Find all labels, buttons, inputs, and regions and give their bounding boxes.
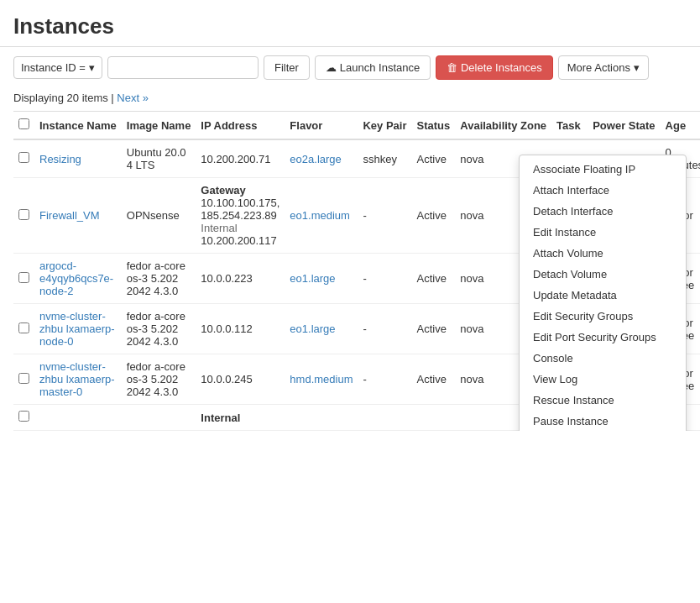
info-bar: Displaying 20 items | Next » xyxy=(0,88,700,111)
trash-icon: 🗑 xyxy=(447,61,457,74)
menu-item-rescue-instance[interactable]: Rescue Instance xyxy=(520,390,686,411)
image-name-cell: fedor a-core os-3 5.202 2042 4.3.0 xyxy=(122,304,196,354)
table-wrap: Instance Name Image Name IP Address Flav… xyxy=(0,111,700,431)
menu-item-edit-port-security-groups[interactable]: Edit Port Security Groups xyxy=(520,327,686,348)
col-image-name: Image Name xyxy=(122,112,196,140)
page-title: Instances xyxy=(13,13,687,39)
col-instance-name: Instance Name xyxy=(34,112,122,140)
keypair-cell: sshkey xyxy=(358,139,411,178)
menu-item-update-metadata[interactable]: Update Metadata xyxy=(520,285,686,306)
ip-address-cell: 10.0.0.223 xyxy=(196,254,285,304)
status-cell: Active xyxy=(412,354,456,405)
table-header-row: Instance Name Image Name IP Address Flav… xyxy=(13,112,700,140)
page-header: Instances xyxy=(0,0,700,47)
filter-dropdown-label: Instance ID = xyxy=(21,61,86,74)
instance-name-link[interactable]: nvme-cluster-zhbu lxamaerp-node-0 xyxy=(39,310,115,348)
status-cell: Active xyxy=(412,304,456,354)
more-actions-caret: ▾ xyxy=(634,61,640,74)
col-status: Status xyxy=(412,112,456,140)
more-actions-button[interactable]: More Actions ▾ xyxy=(558,55,649,80)
instance-name-link[interactable]: argocd-e4yqyb6qcs7e-node-2 xyxy=(39,260,113,297)
row-checkbox[interactable] xyxy=(18,373,29,384)
image-name-cell: fedor a-core os-3 5.202 2042 4.3.0 xyxy=(122,254,196,304)
col-age: Age xyxy=(661,112,700,140)
col-power-state: Power State xyxy=(588,112,660,140)
filter-button[interactable]: Filter xyxy=(264,55,310,80)
status-cell: Active xyxy=(412,178,456,254)
col-flavor: Flavor xyxy=(285,112,358,140)
select-all-checkbox[interactable] xyxy=(18,118,29,129)
image-name-cell xyxy=(122,405,196,431)
ip-address-cell: Internal xyxy=(196,405,285,431)
row-checkbox[interactable] xyxy=(18,322,29,333)
flavor-link[interactable]: eo2a.large xyxy=(290,153,341,165)
launch-instance-button[interactable]: ☁ Launch Instance xyxy=(315,55,431,80)
ip-address-cell: Gateway 10.100.100.175,185.254.223.89 In… xyxy=(196,178,285,254)
status-cell: Active xyxy=(412,139,456,178)
instance-name-link[interactable]: nvme-cluster-zhbu lxamaerp-master-0 xyxy=(39,360,115,398)
flavor-link[interactable]: eo1.medium xyxy=(290,209,350,222)
instance-name-link[interactable]: Resizing xyxy=(39,153,81,165)
keypair-cell: - xyxy=(358,254,411,304)
flavor-cell xyxy=(285,405,358,431)
flavor-link[interactable]: eo1.large xyxy=(290,322,335,335)
ip-address-cell: 10.200.200.71 xyxy=(196,139,285,178)
instance-name-cell xyxy=(34,405,122,431)
menu-item-associate-floating-ip[interactable]: Associate Floating IP xyxy=(520,159,686,180)
row-checkbox[interactable] xyxy=(18,152,29,163)
image-name-cell: OPNsense xyxy=(122,178,196,254)
col-task: Task xyxy=(551,112,588,140)
image-name-cell: Ubuntu 20.04 LTS xyxy=(122,139,196,178)
keypair-cell: - xyxy=(358,354,411,405)
menu-item-view-log[interactable]: View Log xyxy=(520,369,686,390)
ip-address-cell: 10.0.0.112 xyxy=(196,304,285,354)
image-name-cell: fedor a-core os-3 5.202 2042 4.3.0 xyxy=(122,354,196,405)
col-ip-address: IP Address xyxy=(196,112,285,140)
flavor-link[interactable]: hmd.medium xyxy=(290,373,353,385)
status-cell: Active xyxy=(412,254,456,304)
keypair-cell xyxy=(358,405,411,431)
menu-item-edit-security-groups[interactable]: Edit Security Groups xyxy=(520,306,686,327)
status-cell xyxy=(412,405,456,431)
action-dropdown-menu: Associate Floating IP Attach Interface D… xyxy=(519,155,687,431)
row-checkbox[interactable] xyxy=(18,209,29,220)
filter-input[interactable] xyxy=(107,56,259,79)
menu-item-attach-interface[interactable]: Attach Interface xyxy=(520,180,686,201)
delete-instances-button[interactable]: 🗑 Delete Instances xyxy=(436,55,552,80)
filter-dropdown[interactable]: Instance ID = ▾ xyxy=(13,56,102,79)
row-checkbox[interactable] xyxy=(18,272,29,283)
cloud-icon: ☁ xyxy=(326,61,337,74)
toolbar: Instance ID = ▾ Filter ☁ Launch Instance… xyxy=(0,47,700,88)
col-key-pair: Key Pair xyxy=(358,112,411,140)
menu-item-console[interactable]: Console xyxy=(520,348,686,369)
menu-item-attach-volume[interactable]: Attach Volume xyxy=(520,243,686,264)
col-az: Availability Zone xyxy=(455,112,551,140)
flavor-link[interactable]: eo1.large xyxy=(290,272,335,285)
ip-address-cell: 10.0.0.245 xyxy=(196,354,285,405)
menu-item-detach-volume[interactable]: Detach Volume xyxy=(520,264,686,285)
next-link[interactable]: Next » xyxy=(117,92,149,104)
filter-dropdown-caret: ▾ xyxy=(89,61,95,74)
menu-item-detach-interface[interactable]: Detach Interface xyxy=(520,201,686,222)
menu-item-pause-instance[interactable]: Pause Instance xyxy=(520,411,686,431)
instance-name-link[interactable]: Firewall_VM xyxy=(39,209,100,222)
row-checkbox[interactable] xyxy=(18,411,29,422)
keypair-cell: - xyxy=(358,304,411,354)
keypair-cell: - xyxy=(358,178,411,254)
menu-item-edit-instance[interactable]: Edit Instance xyxy=(520,222,686,243)
